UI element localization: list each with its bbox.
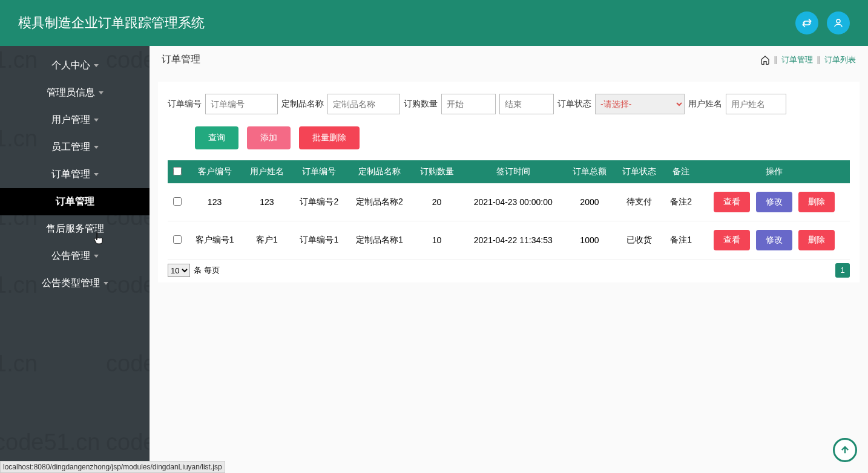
batch-delete-button[interactable]: 批量删除 (299, 126, 360, 149)
breadcrumb-link-1[interactable]: 订单管理 (781, 54, 813, 65)
sidebar-label: 个人中心 (51, 59, 90, 72)
status-select[interactable]: -请选择- (595, 94, 685, 114)
delete-button[interactable]: 删除 (798, 230, 835, 250)
user-input[interactable] (726, 94, 786, 114)
col-product: 定制品名称 (347, 160, 412, 183)
qty-label: 订购数量 (404, 99, 438, 109)
breadcrumb-sep: ‖ (817, 55, 821, 64)
page-number[interactable]: 1 (835, 263, 850, 278)
sidebar-item-admin[interactable]: 管理员信息 (0, 79, 150, 106)
topbar: 模具制造企业订单跟踪管理系统 (0, 0, 868, 46)
view-button[interactable]: 查看 (714, 230, 750, 250)
chevron-down-icon (104, 282, 108, 285)
shuffle-icon (801, 18, 812, 28)
page-size-select[interactable]: 10 (168, 264, 190, 277)
breadcrumb: ‖ 订单管理 ‖ 订单列表 (760, 54, 856, 65)
cell-time: 2021-04-22 11:34:53 (461, 221, 565, 259)
cell-total: 2000 (565, 183, 614, 221)
breadcrumb-link-2[interactable]: 订单列表 (824, 54, 856, 65)
arrow-up-icon (840, 445, 850, 455)
col-status: 订单状态 (614, 160, 664, 183)
cell-status: 待支付 (614, 183, 664, 221)
cell-product: 定制品名称1 (347, 221, 412, 259)
cell-status: 已收货 (614, 221, 664, 259)
cell-qty: 10 (412, 221, 462, 259)
cell-total: 1000 (565, 221, 614, 259)
user-icon-button[interactable] (827, 11, 850, 34)
sidebar-label: 用户管理 (51, 114, 90, 126)
add-button[interactable]: 添加 (247, 126, 291, 149)
qty-end-input[interactable] (499, 94, 554, 114)
sidebar-label: 售后服务管理 (46, 223, 104, 235)
orders-table: 客户编号 用户姓名 订单编号 定制品名称 订购数量 签订时间 订单总额 订单状态… (168, 160, 850, 259)
order-no-input[interactable] (205, 94, 278, 114)
chevron-down-icon (99, 91, 104, 94)
page-size-label: 条 每页 (194, 265, 220, 276)
status-bar: localhost:8080/dingdangenzhong/jsp/modul… (0, 461, 225, 473)
sidebar-label: 员工管理 (51, 141, 90, 154)
cell-qty: 20 (412, 183, 462, 221)
sidebar-label: 公告类型管理 (42, 277, 100, 290)
chevron-down-icon (94, 146, 99, 149)
cell-product: 定制品名称2 (347, 183, 412, 221)
status-label: 订单状态 (557, 99, 591, 109)
col-user: 用户姓名 (242, 160, 292, 183)
product-input[interactable] (327, 94, 400, 114)
col-order-no: 订单编号 (292, 160, 347, 183)
sidebar-item-profile[interactable]: 个人中心 (0, 52, 150, 79)
sidebar-item-notice-type[interactable]: 公告类型管理 (0, 270, 150, 297)
col-qty: 订购数量 (412, 160, 462, 183)
col-actions: 操作 (699, 160, 850, 183)
sidebar-label: 管理员信息 (47, 86, 95, 99)
sidebar-item-orders-sub[interactable]: 订单管理 (0, 188, 150, 215)
sidebar-item-notice[interactable]: 公告管理 (0, 243, 150, 270)
query-button[interactable]: 查询 (195, 126, 238, 149)
order-no-label: 订单编号 (168, 99, 202, 109)
cell-note: 备注2 (664, 183, 699, 221)
home-icon (760, 55, 770, 65)
cell-customer-no: 123 (187, 183, 242, 221)
chevron-down-icon (94, 119, 99, 122)
row-checkbox[interactable] (173, 235, 182, 244)
svg-point-0 (837, 19, 840, 23)
sidebar-item-users[interactable]: 用户管理 (0, 106, 150, 134)
page-title: 订单管理 (162, 53, 200, 66)
cell-time: 2021-04-23 00:00:00 (461, 183, 565, 221)
chevron-down-icon (94, 173, 99, 176)
sidebar: 个人中心 管理员信息 用户管理 员工管理 订单管理 订单管理 售后服务管理 公告… (0, 46, 150, 473)
col-time: 签订时间 (461, 160, 565, 183)
sidebar-item-staff[interactable]: 员工管理 (0, 134, 150, 161)
col-total: 订单总额 (565, 160, 614, 183)
sidebar-label: 订单管理 (51, 168, 90, 181)
shuffle-icon-button[interactable] (795, 11, 818, 34)
row-checkbox[interactable] (173, 197, 182, 206)
product-label: 定制品名称 (281, 99, 324, 109)
select-all-checkbox[interactable] (173, 167, 182, 175)
cell-note: 备注1 (664, 221, 699, 259)
scroll-top-button[interactable] (833, 438, 857, 462)
view-button[interactable]: 查看 (714, 192, 750, 212)
cell-user: 123 (242, 183, 292, 221)
chevron-down-icon (94, 255, 99, 258)
qty-start-input[interactable] (441, 94, 496, 114)
cell-customer-no: 客户编号1 (187, 221, 242, 259)
user-icon (833, 18, 844, 28)
sidebar-label: 订单管理 (56, 195, 94, 208)
user-label: 用户姓名 (688, 99, 722, 109)
edit-button[interactable]: 修改 (756, 192, 792, 212)
table-row: 123 123 订单编号2 定制品名称2 20 2021-04-23 00:00… (168, 183, 850, 221)
cell-order-no: 订单编号1 (292, 221, 347, 259)
delete-button[interactable]: 删除 (798, 192, 835, 212)
table-row: 客户编号1 客户1 订单编号1 定制品名称1 10 2021-04-22 11:… (168, 221, 850, 259)
col-note: 备注 (664, 160, 699, 183)
sidebar-item-orders[interactable]: 订单管理 (0, 161, 150, 188)
cell-order-no: 订单编号2 (292, 183, 347, 221)
sidebar-item-aftersale[interactable]: 售后服务管理 (0, 215, 150, 243)
app-title: 模具制造企业订单跟踪管理系统 (18, 14, 205, 32)
sidebar-label: 公告管理 (51, 250, 90, 263)
breadcrumb-sep: ‖ (774, 55, 778, 64)
chevron-down-icon (94, 64, 99, 67)
col-customer-no: 客户编号 (187, 160, 242, 183)
edit-button[interactable]: 修改 (756, 230, 792, 250)
cell-user: 客户1 (242, 221, 292, 259)
